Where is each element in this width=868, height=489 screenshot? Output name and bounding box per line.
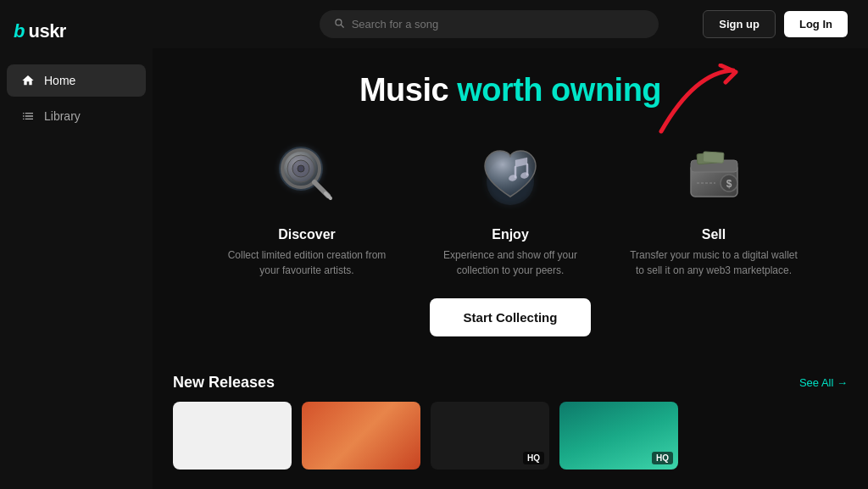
new-releases-section: New Releases See All → HQ HQ bbox=[153, 360, 868, 489]
header-actions: Sign up Log In bbox=[703, 10, 848, 38]
section-title: New Releases bbox=[173, 374, 275, 392]
feature-sell: $ Sell Transfer your music to a digital … bbox=[629, 132, 798, 278]
discover-title: Discover bbox=[278, 227, 336, 242]
hero-title-white: Music bbox=[359, 72, 457, 108]
release-card-1[interactable] bbox=[173, 402, 292, 470]
home-icon bbox=[20, 73, 36, 88]
sidebar: b uskr Home Library bbox=[0, 0, 153, 489]
search-bar[interactable] bbox=[320, 10, 659, 38]
signup-button[interactable]: Sign up bbox=[703, 10, 776, 38]
search-input[interactable] bbox=[352, 18, 645, 31]
search-icon bbox=[333, 17, 345, 31]
logo: b uskr bbox=[0, 14, 153, 63]
hq-badge-4: HQ bbox=[652, 452, 673, 464]
svg-rect-17 bbox=[703, 152, 724, 163]
feature-enjoy: Enjoy Experience and show off your colle… bbox=[426, 132, 595, 278]
section-header: New Releases See All → bbox=[173, 374, 848, 392]
feature-discover: Discover Collect limited edition creatio… bbox=[222, 132, 392, 278]
hero-title-teal: worth owning bbox=[457, 72, 661, 108]
hero-section: Music worth owning bbox=[153, 48, 868, 360]
sidebar-item-library[interactable]: Library bbox=[7, 100, 146, 132]
svg-point-4 bbox=[298, 165, 304, 172]
sell-desc: Transfer your music to a digital wallet … bbox=[629, 247, 798, 278]
main-content: Sign up Log In Music worth owning bbox=[153, 0, 868, 489]
hq-badge-3: HQ bbox=[523, 452, 544, 464]
see-all-link[interactable]: See All → bbox=[799, 376, 848, 389]
sell-icon: $ bbox=[671, 132, 756, 217]
library-label: Library bbox=[44, 109, 81, 123]
sell-title: Sell bbox=[702, 227, 726, 242]
enjoy-icon bbox=[468, 132, 553, 217]
logo-icon: b bbox=[14, 20, 25, 42]
header: Sign up Log In bbox=[153, 0, 868, 48]
login-button[interactable]: Log In bbox=[784, 11, 848, 37]
release-card-4[interactable]: HQ bbox=[559, 402, 678, 470]
start-collecting-button[interactable]: Start Collecting bbox=[430, 298, 592, 336]
hero-title: Music worth owning bbox=[359, 72, 661, 108]
arrow-decoration bbox=[653, 64, 746, 140]
release-card-3[interactable]: HQ bbox=[431, 402, 549, 470]
enjoy-desc: Experience and show off your collection … bbox=[426, 247, 595, 278]
svg-text:$: $ bbox=[726, 178, 732, 190]
features-row: Discover Collect limited edition creatio… bbox=[222, 132, 798, 278]
releases-grid: HQ HQ bbox=[173, 402, 848, 470]
discover-desc: Collect limited edition creation from yo… bbox=[222, 247, 392, 278]
logo-text: uskr bbox=[28, 20, 65, 42]
release-card-2[interactable] bbox=[302, 402, 420, 470]
enjoy-title: Enjoy bbox=[492, 227, 529, 242]
home-label: Home bbox=[44, 74, 75, 87]
library-icon bbox=[20, 108, 36, 124]
discover-icon bbox=[264, 132, 349, 217]
sidebar-item-home[interactable]: Home bbox=[7, 64, 146, 97]
